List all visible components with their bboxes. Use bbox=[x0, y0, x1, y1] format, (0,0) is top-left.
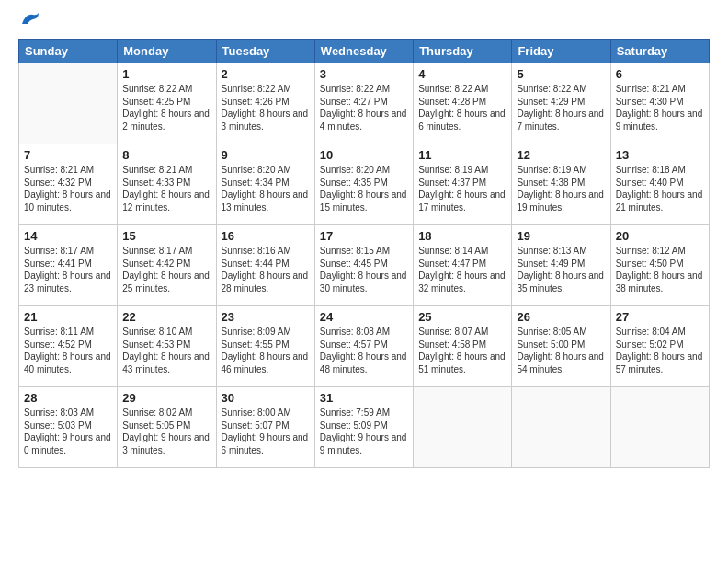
day-info: Sunrise: 8:10 AMSunset: 4:53 PMDaylight:… bbox=[122, 326, 210, 375]
col-header-friday: Friday bbox=[512, 40, 610, 63]
calendar-week-2: 14Sunrise: 8:17 AMSunset: 4:41 PMDayligh… bbox=[19, 225, 710, 306]
calendar-cell: 23Sunrise: 8:09 AMSunset: 4:55 PMDayligh… bbox=[216, 306, 314, 387]
day-number: 16 bbox=[222, 229, 310, 243]
calendar-cell: 1Sunrise: 8:22 AMSunset: 4:25 PMDaylight… bbox=[118, 63, 216, 144]
day-info: Sunrise: 8:03 AMSunset: 5:03 PMDaylight:… bbox=[24, 407, 112, 456]
day-number: 4 bbox=[418, 67, 506, 81]
calendar-cell: 17Sunrise: 8:15 AMSunset: 4:45 PMDayligh… bbox=[314, 225, 413, 306]
calendar-cell: 20Sunrise: 8:12 AMSunset: 4:50 PMDayligh… bbox=[610, 225, 709, 306]
day-number: 23 bbox=[222, 310, 310, 324]
calendar-cell: 18Sunrise: 8:14 AMSunset: 4:47 PMDayligh… bbox=[414, 225, 512, 306]
day-info: Sunrise: 8:19 AMSunset: 4:38 PMDaylight:… bbox=[517, 164, 605, 213]
calendar-cell bbox=[512, 387, 610, 468]
calendar-cell: 10Sunrise: 8:20 AMSunset: 4:35 PMDayligh… bbox=[314, 144, 413, 225]
day-number: 21 bbox=[24, 310, 112, 324]
day-number: 13 bbox=[616, 148, 704, 162]
day-info: Sunrise: 8:22 AMSunset: 4:28 PMDaylight:… bbox=[418, 83, 506, 132]
day-info: Sunrise: 8:11 AMSunset: 4:52 PMDaylight:… bbox=[24, 326, 112, 375]
calendar-week-4: 28Sunrise: 8:03 AMSunset: 5:03 PMDayligh… bbox=[19, 387, 710, 468]
col-header-wednesday: Wednesday bbox=[314, 40, 413, 63]
calendar-cell: 28Sunrise: 8:03 AMSunset: 5:03 PMDayligh… bbox=[19, 387, 118, 468]
day-info: Sunrise: 8:15 AMSunset: 4:45 PMDaylight:… bbox=[320, 245, 408, 294]
calendar-cell: 15Sunrise: 8:17 AMSunset: 4:42 PMDayligh… bbox=[118, 225, 216, 306]
day-number: 9 bbox=[222, 148, 310, 162]
day-info: Sunrise: 8:12 AMSunset: 4:50 PMDaylight:… bbox=[616, 245, 704, 294]
calendar-cell: 14Sunrise: 8:17 AMSunset: 4:41 PMDayligh… bbox=[19, 225, 118, 306]
day-number: 2 bbox=[222, 67, 310, 81]
day-number: 7 bbox=[24, 148, 112, 162]
day-info: Sunrise: 8:21 AMSunset: 4:30 PMDaylight:… bbox=[616, 83, 704, 132]
calendar-week-0: 1Sunrise: 8:22 AMSunset: 4:25 PMDaylight… bbox=[19, 63, 710, 144]
day-number: 15 bbox=[122, 229, 210, 243]
day-info: Sunrise: 8:22 AMSunset: 4:25 PMDaylight:… bbox=[122, 83, 210, 132]
calendar-cell: 16Sunrise: 8:16 AMSunset: 4:44 PMDayligh… bbox=[216, 225, 314, 306]
calendar-cell: 5Sunrise: 8:22 AMSunset: 4:29 PMDaylight… bbox=[512, 63, 610, 144]
calendar-cell: 25Sunrise: 8:07 AMSunset: 4:58 PMDayligh… bbox=[414, 306, 512, 387]
calendar-week-1: 7Sunrise: 8:21 AMSunset: 4:32 PMDaylight… bbox=[19, 144, 710, 225]
day-number: 20 bbox=[616, 229, 704, 243]
day-number: 14 bbox=[24, 229, 112, 243]
day-number: 18 bbox=[418, 229, 506, 243]
calendar-header-row: SundayMondayTuesdayWednesdayThursdayFrid… bbox=[19, 40, 710, 63]
day-info: Sunrise: 8:00 AMSunset: 5:07 PMDaylight:… bbox=[222, 407, 310, 456]
day-info: Sunrise: 8:08 AMSunset: 4:57 PMDaylight:… bbox=[320, 326, 408, 375]
day-number: 27 bbox=[616, 310, 704, 324]
day-number: 29 bbox=[122, 391, 210, 405]
col-header-tuesday: Tuesday bbox=[216, 40, 314, 63]
calendar-cell bbox=[414, 387, 512, 468]
day-info: Sunrise: 7:59 AMSunset: 5:09 PMDaylight:… bbox=[320, 407, 408, 456]
calendar-cell bbox=[19, 63, 118, 144]
calendar-week-3: 21Sunrise: 8:11 AMSunset: 4:52 PMDayligh… bbox=[19, 306, 710, 387]
calendar-table: SundayMondayTuesdayWednesdayThursdayFrid… bbox=[18, 39, 710, 468]
day-number: 19 bbox=[517, 229, 605, 243]
day-info: Sunrise: 8:22 AMSunset: 4:27 PMDaylight:… bbox=[320, 83, 408, 132]
day-number: 10 bbox=[320, 148, 408, 162]
calendar-cell: 2Sunrise: 8:22 AMSunset: 4:26 PMDaylight… bbox=[216, 63, 314, 144]
calendar-cell bbox=[610, 387, 709, 468]
day-number: 25 bbox=[418, 310, 506, 324]
calendar-cell: 9Sunrise: 8:20 AMSunset: 4:34 PMDaylight… bbox=[216, 144, 314, 225]
day-info: Sunrise: 8:13 AMSunset: 4:49 PMDaylight:… bbox=[517, 245, 605, 294]
day-number: 8 bbox=[122, 148, 210, 162]
day-number: 28 bbox=[24, 391, 112, 405]
day-info: Sunrise: 8:19 AMSunset: 4:37 PMDaylight:… bbox=[418, 164, 506, 213]
col-header-saturday: Saturday bbox=[610, 40, 709, 63]
day-number: 6 bbox=[616, 67, 704, 81]
calendar-cell: 29Sunrise: 8:02 AMSunset: 5:05 PMDayligh… bbox=[118, 387, 216, 468]
day-info: Sunrise: 8:18 AMSunset: 4:40 PMDaylight:… bbox=[616, 164, 704, 213]
day-number: 11 bbox=[418, 148, 506, 162]
day-info: Sunrise: 8:14 AMSunset: 4:47 PMDaylight:… bbox=[418, 245, 506, 294]
day-number: 30 bbox=[222, 391, 310, 405]
calendar-cell: 3Sunrise: 8:22 AMSunset: 4:27 PMDaylight… bbox=[314, 63, 413, 144]
logo bbox=[18, 17, 40, 28]
day-info: Sunrise: 8:17 AMSunset: 4:42 PMDaylight:… bbox=[122, 245, 210, 294]
day-info: Sunrise: 8:17 AMSunset: 4:41 PMDaylight:… bbox=[24, 245, 112, 294]
day-info: Sunrise: 8:07 AMSunset: 4:58 PMDaylight:… bbox=[418, 326, 506, 375]
day-info: Sunrise: 8:02 AMSunset: 5:05 PMDaylight:… bbox=[122, 407, 210, 456]
day-number: 1 bbox=[122, 67, 210, 81]
day-number: 17 bbox=[320, 229, 408, 243]
calendar-cell: 8Sunrise: 8:21 AMSunset: 4:33 PMDaylight… bbox=[118, 144, 216, 225]
calendar-cell: 4Sunrise: 8:22 AMSunset: 4:28 PMDaylight… bbox=[414, 63, 512, 144]
logo-bird-icon bbox=[20, 11, 40, 28]
day-info: Sunrise: 8:05 AMSunset: 5:00 PMDaylight:… bbox=[517, 326, 605, 375]
calendar-cell: 24Sunrise: 8:08 AMSunset: 4:57 PMDayligh… bbox=[314, 306, 413, 387]
day-info: Sunrise: 8:22 AMSunset: 4:26 PMDaylight:… bbox=[222, 83, 310, 132]
calendar-cell: 11Sunrise: 8:19 AMSunset: 4:37 PMDayligh… bbox=[414, 144, 512, 225]
day-info: Sunrise: 8:16 AMSunset: 4:44 PMDaylight:… bbox=[222, 245, 310, 294]
col-header-thursday: Thursday bbox=[414, 40, 512, 63]
day-number: 26 bbox=[517, 310, 605, 324]
calendar-cell: 21Sunrise: 8:11 AMSunset: 4:52 PMDayligh… bbox=[19, 306, 118, 387]
day-number: 24 bbox=[320, 310, 408, 324]
day-info: Sunrise: 8:20 AMSunset: 4:35 PMDaylight:… bbox=[320, 164, 408, 213]
calendar-cell: 31Sunrise: 7:59 AMSunset: 5:09 PMDayligh… bbox=[314, 387, 413, 468]
header bbox=[18, 17, 710, 28]
day-info: Sunrise: 8:04 AMSunset: 5:02 PMDaylight:… bbox=[616, 326, 704, 375]
day-info: Sunrise: 8:21 AMSunset: 4:32 PMDaylight:… bbox=[24, 164, 112, 213]
day-number: 22 bbox=[122, 310, 210, 324]
day-info: Sunrise: 8:09 AMSunset: 4:55 PMDaylight:… bbox=[222, 326, 310, 375]
page: SundayMondayTuesdayWednesdayThursdayFrid… bbox=[0, 0, 728, 563]
day-number: 12 bbox=[517, 148, 605, 162]
day-info: Sunrise: 8:21 AMSunset: 4:33 PMDaylight:… bbox=[122, 164, 210, 213]
calendar-cell: 12Sunrise: 8:19 AMSunset: 4:38 PMDayligh… bbox=[512, 144, 610, 225]
